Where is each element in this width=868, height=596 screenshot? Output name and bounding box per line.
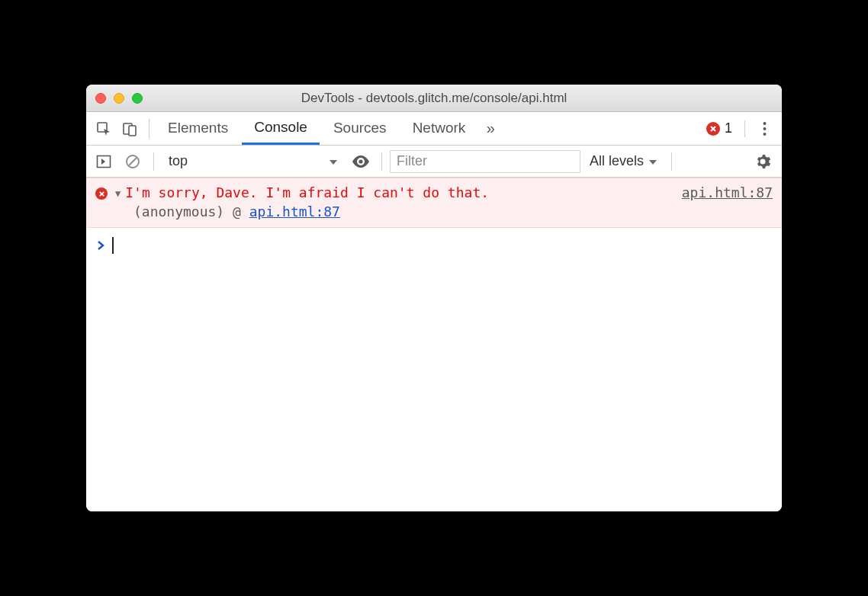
chevron-down-icon (329, 153, 338, 169)
clear-console-icon[interactable] (120, 149, 146, 175)
svg-point-8 (358, 159, 362, 163)
levels-label: All levels (590, 153, 644, 169)
console-settings-icon[interactable] (748, 154, 777, 169)
svg-point-3 (763, 122, 766, 125)
error-row: ▼ I'm sorry, Dave. I'm afraid I can't do… (95, 184, 773, 200)
zoom-window-button[interactable] (132, 93, 143, 104)
chevron-double-right-icon: » (487, 120, 495, 137)
svg-rect-2 (129, 126, 136, 136)
input-cursor (112, 237, 114, 254)
error-message: I'm sorry, Dave. I'm afraid I can't do t… (125, 184, 667, 200)
console-error-entry[interactable]: ▼ I'm sorry, Dave. I'm afraid I can't do… (86, 178, 782, 228)
error-icon (95, 187, 108, 200)
live-expression-icon[interactable] (348, 155, 374, 168)
tab-label: Elements (168, 120, 228, 136)
separator (153, 152, 154, 171)
separator (149, 119, 149, 139)
log-levels-select[interactable]: All levels (583, 153, 664, 169)
more-options-button[interactable] (751, 121, 777, 136)
minimize-window-button[interactable] (114, 93, 124, 104)
execution-context-select[interactable]: top (162, 151, 345, 172)
error-source-link[interactable]: api.html:87 (682, 184, 773, 200)
window-controls (95, 93, 143, 104)
tab-label: Network (413, 120, 466, 136)
panel-tabs: Elements Console Sources Network (156, 112, 477, 145)
error-stack: (anonymous) @ api.html:87 (95, 203, 773, 219)
error-count-value: 1 (725, 120, 732, 136)
devtools-tabbar: Elements Console Sources Network » 1 (86, 112, 782, 146)
more-tabs-button[interactable]: » (477, 120, 503, 137)
separator (381, 152, 382, 171)
tab-sources[interactable]: Sources (321, 112, 399, 145)
tab-label: Sources (333, 120, 387, 136)
device-toolbar-icon[interactable] (117, 116, 143, 142)
svg-point-5 (763, 133, 766, 136)
stack-source-link[interactable]: api.html:87 (249, 203, 340, 219)
tab-network[interactable]: Network (400, 112, 478, 145)
context-value: top (169, 153, 188, 169)
console-toolbar: top All levels (86, 146, 782, 178)
window-titlebar: DevTools - devtools.glitch.me/console/ap… (86, 85, 782, 112)
stack-prefix: (anonymous) @ (133, 203, 249, 219)
svg-point-4 (763, 127, 766, 130)
separator (744, 120, 745, 137)
disclosure-triangle-icon[interactable]: ▼ (115, 188, 121, 199)
console-prompt[interactable] (86, 228, 782, 263)
close-window-button[interactable] (95, 93, 106, 104)
tab-console[interactable]: Console (242, 112, 320, 145)
toggle-console-drawer-icon[interactable] (91, 149, 117, 175)
console-filter-input[interactable] (390, 150, 580, 173)
prompt-caret-icon (97, 238, 104, 254)
tab-label: Console (254, 119, 307, 136)
error-badge-icon (706, 122, 720, 136)
tab-elements[interactable]: Elements (156, 112, 240, 145)
error-count-indicator[interactable]: 1 (706, 120, 732, 136)
console-output: ▼ I'm sorry, Dave. I'm afraid I can't do… (86, 178, 782, 511)
separator (671, 152, 672, 171)
devtools-window: DevTools - devtools.glitch.me/console/ap… (86, 85, 782, 511)
window-title: DevTools - devtools.glitch.me/console/ap… (86, 91, 782, 106)
inspect-element-icon[interactable] (91, 116, 117, 142)
chevron-down-icon (648, 153, 657, 169)
